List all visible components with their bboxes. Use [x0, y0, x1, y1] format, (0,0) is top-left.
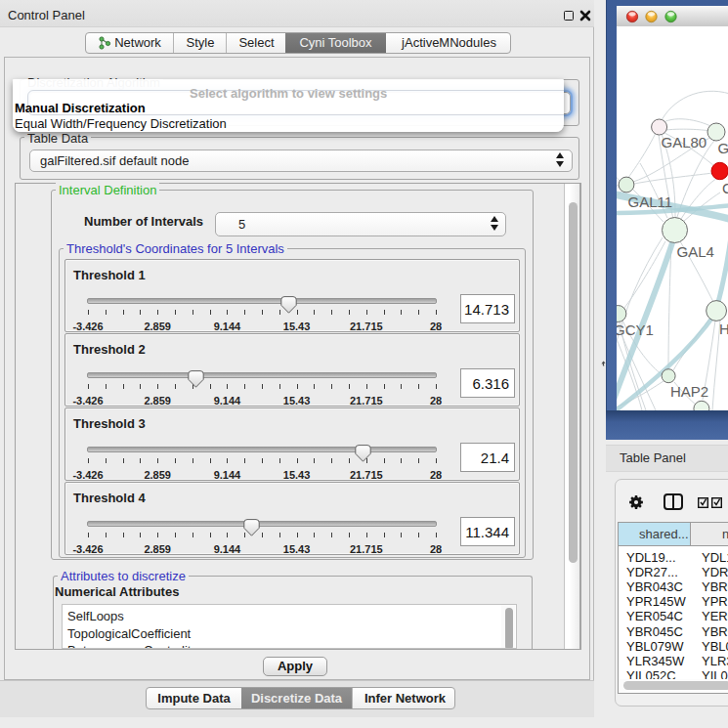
svg-text:GAL11: GAL11	[628, 193, 673, 210]
svg-text:GAL4: GAL4	[677, 243, 714, 260]
svg-text:C: C	[722, 180, 728, 196]
svg-text:HAP2: HAP2	[670, 383, 708, 400]
svg-text:GAL80: GAL80	[662, 134, 707, 150]
svg-text:GA: GA	[718, 140, 728, 156]
svg-text:H: H	[719, 321, 728, 337]
svg-text:GCY1: GCY1	[617, 321, 654, 338]
